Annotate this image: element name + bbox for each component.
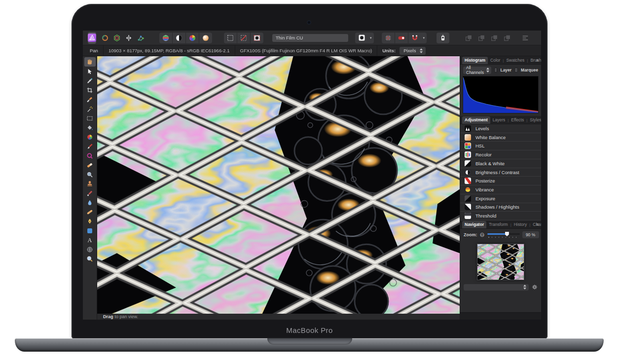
liquify-persona-icon[interactable] [123,32,135,44]
channel-select[interactable]: All Channels [463,67,491,74]
navigator-zoom-row: Zoom: ⊖ 90 % ⊕ [460,229,541,241]
adjustment-item-posterize[interactable]: Posterize [460,177,541,185]
tab-brushes[interactable]: Brushes [528,57,541,64]
adjustment-label: Brightness / Contrast [475,170,519,175]
move-backward-icon[interactable] [488,33,501,43]
navigator-thumbnail[interactable] [477,244,524,280]
export-persona-icon[interactable] [135,32,146,44]
adjustment-item-vibrance[interactable]: Vibrance [460,185,541,194]
zoom-slider[interactable] [487,231,520,238]
boolean-add-icon[interactable] [539,32,541,44]
alignment-icon[interactable] [519,32,531,44]
zoom-out-icon[interactable]: ⊖ [480,232,485,238]
adjustment-item-brightness-contrast[interactable]: Brightness / Contrast [460,168,541,177]
affinity-photo-logo[interactable] [88,32,96,44]
auto-levels-icon[interactable] [159,33,172,43]
panel-menu-icon[interactable]: ≡ [536,58,539,63]
gear-icon[interactable] [532,284,538,290]
affinity-photo-window: Thin Film CU ▾ ▾ [83,31,541,320]
tool-marquee[interactable] [84,113,96,123]
tone-mapping-persona-icon[interactable] [111,32,123,44]
tab-effects[interactable]: Effects [509,116,526,124]
tab-transform[interactable]: Transform [486,221,510,228]
tab-history[interactable]: History [511,221,529,228]
tool-paint-brush[interactable] [84,142,96,151]
adjustment-label: White Balance [475,135,506,140]
tool-colour-replacement[interactable] [84,151,96,160]
adjustment-label: HSL [475,143,484,148]
tool-flood-select[interactable] [84,104,96,113]
adjustment-list: Levels White Balance HSL Recolor Black &… [460,124,541,220]
adjustment-item-shadows-highlights[interactable]: Shadows / Highlights [460,203,541,212]
move-forward-icon[interactable] [475,33,488,43]
tool-colour-picker[interactable] [84,76,96,85]
tool-zoom[interactable] [84,254,96,263]
webcam-dot [307,21,311,24]
move-to-front-icon[interactable] [462,33,475,43]
tab-navigator[interactable]: Navigator [462,221,486,228]
boolean-group [539,32,541,44]
adjustment-label: Exposure [475,196,495,201]
layer-checkbox[interactable] [494,68,498,73]
units-value: Pixels [403,48,416,53]
adjustment-label: Posterize [475,178,495,183]
tab-histogram[interactable]: Histogram [462,57,488,64]
snapping-magnet-icon[interactable] [408,33,421,43]
auto-white-balance-icon[interactable] [199,33,212,43]
histogram-plot [463,76,539,113]
deselect-icon[interactable] [237,33,250,43]
tool-dodge[interactable] [84,170,96,179]
assistant-preset-dropdown[interactable]: ▾ [355,33,374,43]
tab-styles[interactable]: Styles [527,116,541,124]
tool-smudge[interactable] [84,188,96,198]
adjustment-item-black-white[interactable]: Black & White [460,159,541,168]
panel-menu-icon[interactable]: ≡ [536,222,539,227]
tool-shape[interactable] [84,226,96,235]
tools-strip [83,56,97,320]
tab-adjustment[interactable]: Adjustment [462,116,490,124]
tool-pen[interactable] [84,217,96,226]
selection-marquee-icon[interactable] [224,33,237,43]
preset-name-input[interactable]: Thin Film CU [272,34,348,42]
marquee-checkbox[interactable] [514,68,518,73]
tool-blur[interactable] [84,198,96,207]
tool-selection-brush[interactable] [84,95,96,104]
auto-contrast-icon[interactable] [173,33,185,43]
view-point-select[interactable] [464,284,529,291]
tool-text[interactable] [84,235,96,245]
status-hint: to pan view. [115,314,139,319]
tool-crop[interactable] [84,85,96,95]
units-select[interactable]: Pixels [400,47,426,55]
tab-layers[interactable]: Layers [490,116,508,124]
tab-color[interactable]: Color [488,57,503,64]
tool-gradient[interactable] [84,132,96,142]
macbook-lid: Thin Film CU ▾ ▾ [72,4,547,339]
snapping-toggle-icon[interactable] [395,33,408,43]
move-to-back-icon[interactable] [501,33,513,43]
zoom-slider-knob[interactable] [505,232,509,236]
adjustment-item-recolor[interactable]: Recolor [460,150,541,159]
auto-colours-icon[interactable] [186,33,199,43]
tool-mesh-warp[interactable] [84,245,96,254]
adjustment-tab-row: Adjustment Layers| Effects| Styles| Stoc… [460,116,541,124]
marquee-checkbox-label: Marquee [521,68,538,73]
tool-healing[interactable] [84,207,96,217]
invert-selection-icon[interactable] [251,33,263,43]
adjustment-item-hsl[interactable]: HSL [460,142,541,150]
tool-clone[interactable] [84,179,96,188]
tab-swatches[interactable]: Swatches [504,57,527,64]
tool-pan[interactable] [84,57,96,67]
adjustment-item-threshold[interactable]: Threshold [460,212,541,220]
adjustment-item-exposure[interactable]: Exposure [460,194,541,203]
tool-erase[interactable] [84,160,96,170]
develop-persona-icon[interactable] [99,32,111,44]
select-arrows-icon [523,285,527,290]
snapping-grid-icon[interactable] [382,33,395,43]
document-canvas[interactable] [97,56,460,314]
adjustment-item-white-balance[interactable]: White Balance [460,133,541,142]
zoom-value[interactable]: 90 % [522,231,539,238]
assistant-button[interactable] [437,33,449,43]
adjustment-item-levels[interactable]: Levels [460,124,541,133]
tool-move[interactable] [84,67,96,76]
tool-flood-fill[interactable] [84,123,96,132]
